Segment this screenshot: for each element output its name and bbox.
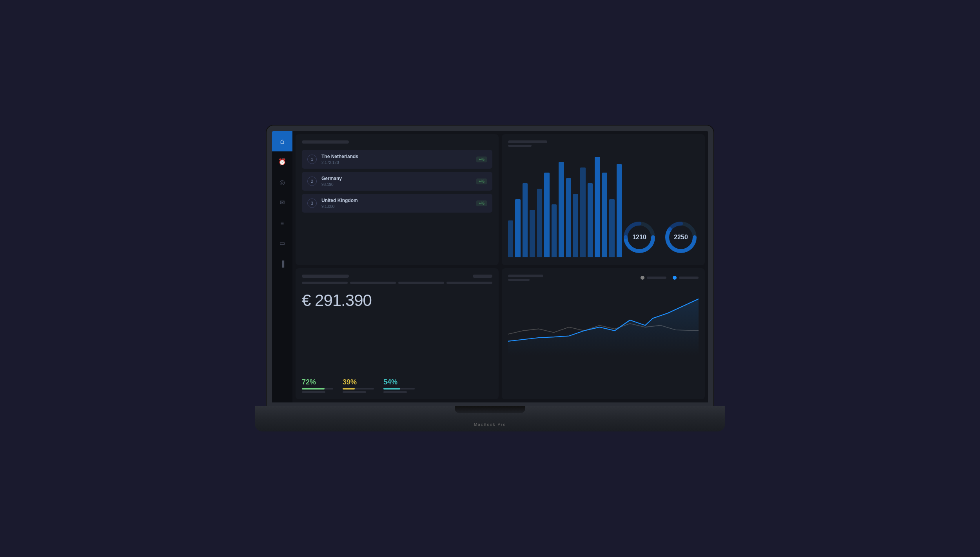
progress-pct-1: 72%	[302, 378, 333, 386]
list-icon: ≡	[281, 220, 284, 226]
progress-track-1	[302, 388, 333, 390]
progress-track-2	[343, 388, 374, 390]
laptop-brand-label: MacBook Pro	[474, 422, 506, 427]
bar-7	[552, 204, 557, 257]
metric-bars	[302, 282, 492, 284]
bar-13	[595, 157, 600, 258]
donut-charts: 1210 2250	[622, 220, 699, 259]
clock-icon: ⏰	[278, 158, 286, 166]
bar-12	[588, 183, 593, 257]
legend-dot-2	[673, 276, 677, 280]
rank-badge-3: +%	[476, 200, 487, 206]
sidebar-item-mail[interactable]: ✉	[272, 192, 292, 213]
revenue-title	[302, 275, 349, 278]
svg-marker-6	[508, 299, 699, 355]
line-chart-header	[508, 275, 699, 281]
bar-1	[508, 220, 513, 258]
legend-label-2	[679, 277, 699, 279]
rank-number-1: 1	[307, 155, 317, 164]
legend-items	[641, 275, 699, 281]
metric-bar-4	[446, 282, 492, 284]
rank-item-1[interactable]: 1 The Netherlands 2.172.120 +%	[302, 150, 492, 169]
progress-label-3	[383, 391, 407, 393]
rank-badge-2: +%	[476, 178, 487, 184]
bar-14	[602, 173, 607, 257]
revenue-badge	[473, 275, 492, 278]
metric-bar-2	[350, 282, 396, 284]
rank-name-2: Germany	[321, 176, 472, 181]
bar-16	[617, 164, 622, 257]
line-chart-area	[508, 285, 699, 393]
legend-item-1	[641, 275, 666, 281]
rank-item-3[interactable]: 3 United Kingdom 9.1.000 +%	[302, 194, 492, 213]
progress-section: 72% 39%	[302, 378, 492, 393]
revenue-header	[302, 275, 492, 278]
sidebar-item-list[interactable]: ≡	[272, 213, 292, 233]
line-chart-title	[508, 275, 543, 277]
rank-info-1: The Netherlands 2.172.120	[321, 154, 472, 165]
revenue-amount: € 291.390	[302, 291, 492, 310]
location-icon: ◎	[279, 178, 285, 186]
top-right-card: 1210 2250	[502, 134, 705, 265]
rank-value-2: 98.190	[321, 182, 472, 187]
sidebar-item-home[interactable]: ⌂	[272, 131, 292, 151]
progress-pct-3: 54%	[383, 378, 415, 386]
progress-track-3	[383, 388, 415, 390]
bar-4	[530, 210, 535, 258]
laptop-notch	[455, 406, 525, 413]
progress-label-1	[302, 391, 325, 393]
line-chart-subtitle	[508, 279, 530, 281]
laptop-wrapper: ⌂ ⏰ ◎ ✉ ≡ ▭ ▐	[255, 126, 725, 431]
bar-15	[609, 199, 614, 258]
folder-icon: ▭	[279, 240, 285, 247]
bar-chart-area	[508, 140, 622, 259]
home-icon: ⌂	[280, 137, 285, 146]
rank-badge-1: +%	[476, 157, 487, 162]
donut-chart-2: 2250	[663, 220, 699, 255]
rank-item-2[interactable]: 2 Germany 98.190 +%	[302, 172, 492, 191]
donut-label-2: 2250	[674, 234, 688, 241]
laptop-screen: ⌂ ⏰ ◎ ✉ ≡ ▭ ▐	[267, 126, 713, 408]
bar-3	[523, 183, 528, 257]
bar-10	[573, 194, 578, 257]
progress-fill-2	[343, 388, 355, 390]
sidebar-item-clock[interactable]: ⏰	[272, 151, 292, 172]
mail-icon: ✉	[280, 199, 285, 206]
sidebar-item-chart[interactable]: ▐	[272, 253, 292, 274]
legend-label-1	[647, 277, 666, 279]
bar-6	[544, 173, 549, 257]
bar-2	[515, 199, 520, 258]
legend-item-2	[673, 275, 699, 281]
rankings-title	[302, 140, 349, 144]
progress-fill-1	[302, 388, 325, 390]
rank-info-3: United Kingdom 9.1.000	[321, 198, 472, 209]
bar-11	[580, 167, 585, 258]
progress-item-1: 72%	[302, 378, 333, 393]
bar-8	[559, 162, 564, 257]
progress-pct-2: 39%	[343, 378, 374, 386]
metric-bar-3	[398, 282, 444, 284]
main-content: 1 The Netherlands 2.172.120 +% 2 Germany…	[292, 131, 708, 402]
bar-9	[566, 178, 571, 258]
legend-dot-1	[641, 276, 644, 280]
donut-label-1: 1210	[632, 234, 646, 241]
line-chart-card	[502, 268, 705, 399]
metric-bar-1	[302, 282, 348, 284]
rank-number-2: 2	[307, 177, 317, 186]
revenue-card: € 291.390 72% 39%	[296, 268, 499, 399]
laptop-base: MacBook Pro	[255, 406, 725, 431]
progress-item-2: 39%	[343, 378, 374, 393]
line-chart-svg	[508, 285, 699, 355]
rank-info-2: Germany 98.190	[321, 176, 472, 187]
donut-chart-1: 1210	[622, 220, 657, 255]
rank-number-3: 3	[307, 198, 317, 208]
rank-name-3: United Kingdom	[321, 198, 472, 203]
rank-value-3: 9.1.000	[321, 204, 472, 209]
sidebar-item-folder[interactable]: ▭	[272, 233, 292, 253]
rankings-card: 1 The Netherlands 2.172.120 +% 2 Germany…	[296, 134, 499, 265]
sidebar-item-location[interactable]: ◎	[272, 172, 292, 192]
progress-fill-3	[383, 388, 400, 390]
rank-value-1: 2.172.120	[321, 160, 472, 165]
dashboard: ⌂ ⏰ ◎ ✉ ≡ ▭ ▐	[272, 131, 708, 402]
bars-container	[508, 151, 622, 259]
